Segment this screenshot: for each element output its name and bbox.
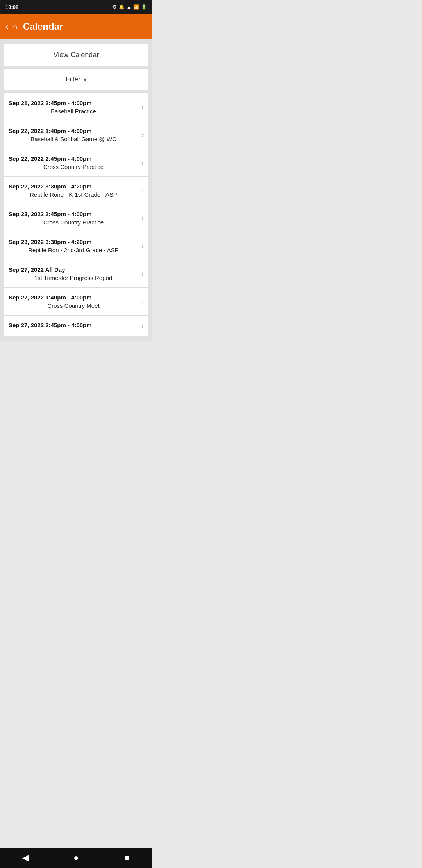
event-title: 1st Trimester Progress Report (9, 274, 138, 281)
event-title: Cross Country Meet (9, 302, 138, 309)
event-title: Reptile Ron - 2nd-3rd Grade - ASP (9, 247, 138, 253)
filter-row[interactable]: Filter ▾ (4, 69, 148, 90)
event-item[interactable]: Sep 21, 2022 2:45pm - 4:00pmBaseball Pra… (4, 93, 148, 121)
event-info: Sep 23, 2022 3:30pm - 4:20pmReptile Ron … (9, 239, 138, 253)
event-list: Sep 21, 2022 2:45pm - 4:00pmBaseball Pra… (4, 93, 148, 336)
notification-icon: 🔔 (119, 4, 125, 10)
event-datetime: Sep 21, 2022 2:45pm - 4:00pm (9, 100, 138, 106)
chevron-right-icon: › (141, 159, 144, 167)
event-item[interactable]: Sep 23, 2022 2:45pm - 4:00pmCross Countr… (4, 204, 148, 232)
event-title: Baseball Practice (9, 108, 138, 115)
event-item[interactable]: Sep 27, 2022 2:45pm - 4:00pm› (4, 316, 148, 336)
event-datetime: Sep 22, 2022 3:30pm - 4:20pm (9, 183, 138, 190)
event-item[interactable]: Sep 22, 2022 1:40pm - 4:00pmBaseball & S… (4, 121, 148, 149)
content-area: View Calendar Filter ▾ Sep 21, 2022 2:45… (0, 39, 152, 341)
event-item[interactable]: Sep 27, 2022 All Day1st Trimester Progre… (4, 260, 148, 288)
nav-recents-button[interactable]: ■ (115, 850, 139, 866)
event-info: Sep 22, 2022 3:30pm - 4:20pmReptile Rone… (9, 183, 138, 198)
event-item[interactable]: Sep 27, 2022 1:40pm - 4:00pmCross Countr… (4, 288, 148, 316)
event-title: Cross Country Practice (9, 219, 138, 226)
chevron-down-icon: ▾ (84, 76, 87, 83)
chevron-right-icon: › (141, 242, 144, 250)
event-item[interactable]: Sep 23, 2022 3:30pm - 4:20pmReptile Ron … (4, 232, 148, 260)
status-time: 10:08 (5, 4, 18, 10)
chevron-right-icon: › (141, 214, 144, 222)
event-datetime: Sep 27, 2022 2:45pm - 4:00pm (9, 322, 138, 328)
event-info: Sep 22, 2022 2:45pm - 4:00pmCross Countr… (9, 155, 138, 170)
chevron-right-icon: › (141, 270, 144, 278)
event-datetime: Sep 23, 2022 2:45pm - 4:00pm (9, 211, 138, 217)
event-info: Sep 21, 2022 2:45pm - 4:00pmBaseball Pra… (9, 100, 138, 115)
settings-icon: ⚙ (113, 4, 117, 10)
event-info: Sep 27, 2022 All Day1st Trimester Progre… (9, 266, 138, 281)
event-datetime: Sep 27, 2022 All Day (9, 266, 138, 273)
status-bar: 10:08 ⚙ 🔔 ▲ 📶 🔋 (0, 0, 152, 14)
event-info: Sep 23, 2022 2:45pm - 4:00pmCross Countr… (9, 211, 138, 226)
nav-home-circle-button[interactable]: ● (64, 850, 88, 866)
event-info: Sep 27, 2022 1:40pm - 4:00pmCross Countr… (9, 294, 138, 309)
back-button[interactable]: ‹ (5, 22, 8, 32)
chevron-right-icon: › (141, 103, 144, 111)
page-title: Calendar (23, 21, 63, 32)
event-datetime: Sep 22, 2022 2:45pm - 4:00pm (9, 155, 138, 162)
status-icons: ⚙ 🔔 ▲ 📶 🔋 (113, 4, 147, 10)
chevron-right-icon: › (141, 187, 144, 195)
event-info: Sep 22, 2022 1:40pm - 4:00pmBaseball & S… (9, 127, 138, 142)
event-info: Sep 27, 2022 2:45pm - 4:00pm (9, 322, 138, 330)
chevron-right-icon: › (141, 131, 144, 139)
chevron-right-icon: › (141, 298, 144, 306)
event-item[interactable]: Sep 22, 2022 3:30pm - 4:20pmReptile Rone… (4, 177, 148, 204)
battery-icon: 🔋 (141, 4, 147, 10)
event-datetime: Sep 23, 2022 3:30pm - 4:20pm (9, 239, 138, 245)
view-calendar-button[interactable]: View Calendar (4, 44, 148, 66)
nav-bar: ◀ ● ■ (0, 848, 152, 868)
header: ‹ ⌂ Calendar (0, 14, 152, 39)
chevron-right-icon: › (141, 322, 144, 330)
home-button[interactable]: ⌂ (12, 22, 17, 32)
event-title: Cross Country Practice (9, 163, 138, 170)
event-title: Baseball & Softball Game @ WC (9, 136, 138, 142)
event-title: Reptile Rone - K-1st Grade - ASP (9, 191, 138, 198)
event-datetime: Sep 22, 2022 1:40pm - 4:00pm (9, 127, 138, 134)
nav-back-button[interactable]: ◀ (14, 850, 37, 866)
signal-icon: 📶 (133, 4, 139, 10)
event-datetime: Sep 27, 2022 1:40pm - 4:00pm (9, 294, 138, 301)
wifi-icon: ▲ (127, 4, 131, 10)
filter-label: Filter (66, 75, 80, 83)
event-item[interactable]: Sep 22, 2022 2:45pm - 4:00pmCross Countr… (4, 149, 148, 177)
